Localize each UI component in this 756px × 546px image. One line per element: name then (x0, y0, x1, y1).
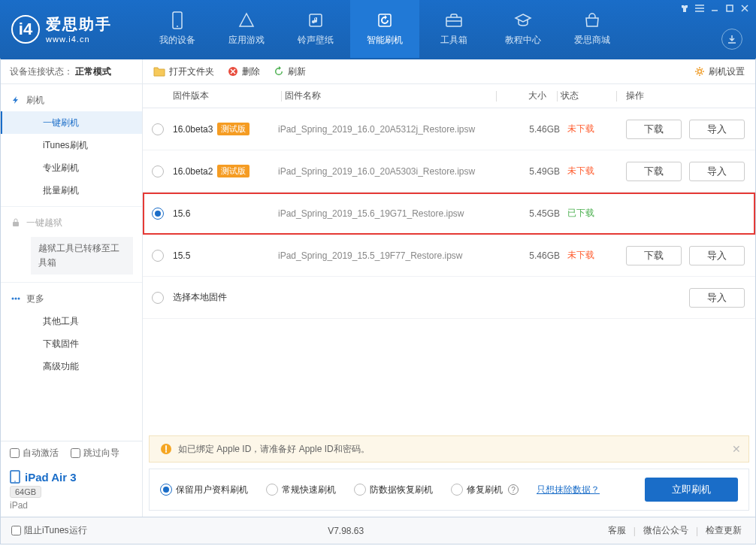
flash-now-button[interactable]: 立即刷机 (645, 478, 738, 502)
device-name: iPad Air 3 (10, 470, 133, 484)
nav-bar: 我的设备 应用游戏 铃声壁纸 智能刷机 工具箱 教程中心 爱思商城 (143, 0, 756, 58)
sidebar-more-head[interactable]: 更多 (1, 287, 142, 310)
table-row[interactable]: 15.5 iPad_Spring_2019_15.5_19F77_Restore… (143, 235, 755, 277)
download-button[interactable]: 下载 (626, 246, 682, 265)
footer-support[interactable]: 客服 (605, 524, 629, 537)
open-folder-button[interactable]: 打开文件夹 (153, 65, 214, 78)
firmware-name: iPad_Spring_2019_15.6_19G71_Restore.ipsw (278, 208, 513, 219)
firmware-version: 16.0beta2 测试版 (173, 165, 278, 177)
notice-text: 如已绑定 Apple ID，请准备好 Apple ID和密码。 (178, 443, 370, 456)
table-row-local[interactable]: 选择本地固件 导入 (143, 277, 755, 319)
sidebar-jailbreak-head[interactable]: 一键越狱 (1, 211, 142, 234)
footer-update[interactable]: 检查更新 (703, 524, 745, 537)
wipe-link[interactable]: 只想抹除数据？ (537, 484, 600, 496)
beta-badge: 测试版 (217, 165, 249, 177)
firmware-version: 16.0beta3 测试版 (173, 123, 278, 135)
store-icon (583, 11, 601, 29)
opt-keep-data[interactable]: 保留用户资料刷机 (160, 484, 248, 496)
minimize-icon[interactable] (708, 3, 721, 14)
svg-point-9 (18, 298, 20, 300)
sidebar-item-oneclick[interactable]: 一键刷机 (1, 111, 142, 134)
app-title: 爱思助手 (46, 14, 112, 35)
sidebar-item-batch[interactable]: 批量刷机 (1, 179, 142, 202)
col-name: 固件名称 (285, 89, 493, 102)
import-button[interactable]: 导入 (689, 288, 745, 308)
svg-point-8 (15, 298, 17, 300)
sidebar-item-other[interactable]: 其他工具 (1, 310, 142, 332)
beta-badge: 测试版 (217, 123, 249, 135)
firmware-status: 未下载 (567, 165, 620, 177)
import-button[interactable]: 导入 (689, 120, 745, 139)
apps-icon (237, 11, 256, 29)
download-button[interactable]: 下载 (626, 120, 682, 139)
col-status: 状态 (561, 89, 613, 102)
help-icon[interactable]: ? (508, 484, 519, 495)
app-url: www.i4.cn (46, 35, 112, 44)
sidebar: 设备连接状态：正常模式 刷机 一键刷机 iTunes刷机 专业刷机 批量刷机 一… (1, 59, 143, 517)
nav-my-device[interactable]: 我的设备 (143, 0, 212, 58)
nav-apps[interactable]: 应用游戏 (212, 0, 281, 58)
table-row[interactable]: 15.6 iPad_Spring_2019_15.6_19G71_Restore… (143, 193, 755, 235)
svg-point-1 (177, 26, 178, 27)
firmware-table: 16.0beta3 测试版 iPad_Spring_2019_16.0_20A5… (143, 108, 755, 319)
table-row[interactable]: 16.0beta2 测试版 iPad_Spring_2019_16.0_20A5… (143, 150, 755, 193)
firmware-status: 未下载 (567, 123, 620, 135)
header: i4 爱思助手 www.i4.cn 我的设备 应用游戏 铃声壁纸 智能刷机 工具… (0, 0, 756, 58)
maximize-icon[interactable] (723, 3, 736, 14)
row-radio[interactable] (152, 208, 164, 220)
footer-wechat[interactable]: 微信公众号 (640, 524, 691, 537)
device-type: iPad (10, 500, 133, 511)
firmware-name: iPad_Spring_2019_16.0_20A5312j_Restore.i… (278, 124, 513, 135)
sidebar-item-download-fw[interactable]: 下载固件 (1, 332, 142, 355)
sidebar-flash-head[interactable]: 刷机 (1, 89, 142, 111)
col-size: 大小 (500, 89, 554, 102)
window-controls (673, 0, 756, 17)
sidebar-item-advanced[interactable]: 高级功能 (1, 355, 142, 378)
firmware-name: iPad_Spring_2019_15.5_19F77_Restore.ipsw (278, 250, 513, 261)
menu-icon[interactable] (693, 3, 706, 14)
sidebar-item-pro[interactable]: 专业刷机 (1, 156, 142, 179)
auto-activate-checkbox[interactable]: 自动激活 (10, 447, 59, 460)
opt-normal[interactable]: 常规快速刷机 (266, 484, 336, 496)
nav-toolbox[interactable]: 工具箱 (419, 0, 488, 58)
side-checks: 自动激活 跳过向导 (1, 441, 142, 464)
firmware-version: 15.6 (173, 208, 278, 219)
delete-button[interactable]: 删除 (228, 65, 260, 78)
row-radio[interactable] (152, 292, 164, 304)
device-icon (168, 11, 186, 29)
download-manager-icon[interactable] (721, 29, 742, 50)
action-bar: 保留用户资料刷机 常规快速刷机 防数据恢复刷机 修复刷机? 只想抹除数据？ 立即… (149, 469, 749, 511)
download-button[interactable]: 下载 (626, 162, 682, 181)
flash-settings-button[interactable]: 刷机设置 (694, 65, 745, 78)
col-version: 固件版本 (173, 89, 278, 102)
svg-rect-6 (13, 222, 19, 226)
refresh-button[interactable]: 刷新 (274, 65, 306, 78)
row-radio[interactable] (152, 250, 164, 262)
svg-point-13 (698, 70, 702, 74)
firmware-size: 5.49GB (513, 166, 567, 177)
table-header: 固件版本 固件名称 大小 状态 操作 (143, 84, 755, 108)
table-row[interactable]: 16.0beta3 测试版 iPad_Spring_2019_16.0_20A5… (143, 108, 755, 150)
block-itunes-checkbox[interactable]: 阻止iTunes运行 (11, 524, 87, 537)
import-button[interactable]: 导入 (689, 162, 745, 181)
jailbreak-note: 越狱工具已转移至工具箱 (31, 237, 133, 275)
logo-area: i4 爱思助手 www.i4.cn (0, 0, 143, 58)
nav-tutorial[interactable]: 教程中心 (488, 0, 558, 58)
nav-store[interactable]: 爱思商城 (558, 0, 627, 58)
nav-flash[interactable]: 智能刷机 (350, 0, 419, 58)
local-firmware-label: 选择本地固件 (173, 291, 278, 304)
device-panel: iPad Air 3 64GB iPad (1, 464, 142, 517)
nav-ringtones[interactable]: 铃声壁纸 (281, 0, 350, 58)
sidebar-item-itunes[interactable]: iTunes刷机 (1, 134, 142, 156)
firmware-status: 已下载 (567, 207, 620, 220)
import-button[interactable]: 导入 (689, 246, 745, 265)
skin-icon[interactable] (678, 3, 691, 14)
opt-anti-recover[interactable]: 防数据恢复刷机 (354, 484, 433, 496)
opt-repair[interactable]: 修复刷机? (451, 484, 519, 496)
svg-point-7 (12, 298, 14, 300)
skip-guide-checkbox[interactable]: 跳过向导 (71, 447, 119, 460)
notice-close-icon[interactable]: ✕ (732, 443, 741, 455)
row-radio[interactable] (152, 165, 164, 177)
row-radio[interactable] (152, 123, 164, 135)
close-icon[interactable] (738, 3, 751, 14)
